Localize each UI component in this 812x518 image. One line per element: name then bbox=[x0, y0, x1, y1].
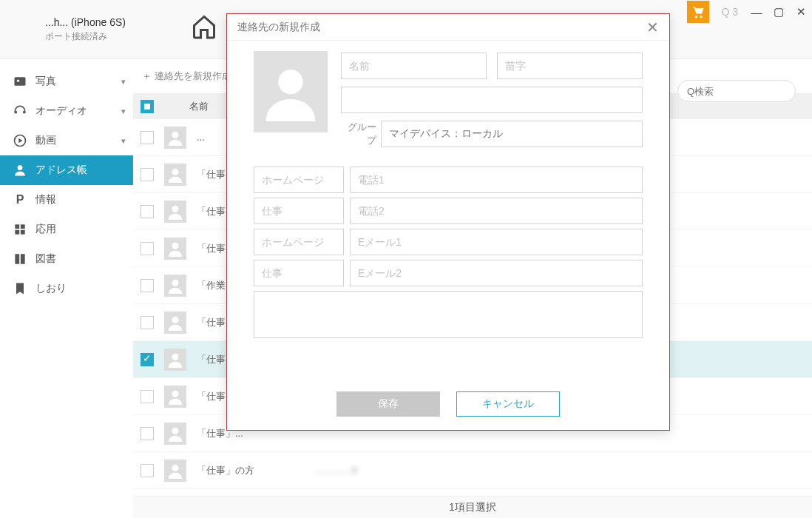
cancel-button[interactable]: キャンセル bbox=[456, 391, 560, 417]
save-button[interactable]: 保存 bbox=[336, 391, 440, 417]
new-contact-modal: 連絡先の新規作成 ✕ グループ マイデバイス：ローカル bbox=[226, 13, 670, 431]
cart-icon[interactable] bbox=[687, 1, 709, 23]
group-select[interactable]: マイデバイス：ローカル bbox=[381, 121, 643, 147]
homepage1-field[interactable] bbox=[254, 166, 344, 193]
first-name-field[interactable] bbox=[341, 53, 487, 79]
modal-overlay: 連絡先の新規作成 ✕ グループ マイデバイス：ローカル bbox=[0, 0, 812, 518]
memo-field[interactable] bbox=[254, 291, 643, 338]
minimize-button[interactable]: — bbox=[745, 1, 768, 23]
maximize-button[interactable]: ▢ bbox=[768, 1, 790, 23]
group-label: グループ bbox=[341, 121, 376, 147]
contact-avatar[interactable] bbox=[254, 51, 328, 132]
company-field[interactable] bbox=[341, 87, 643, 113]
close-window-button[interactable]: ✕ bbox=[790, 1, 812, 23]
q3-text: Q 3 bbox=[714, 6, 745, 18]
last-name-field[interactable] bbox=[497, 53, 643, 79]
email2-field[interactable] bbox=[350, 260, 643, 286]
email1-field[interactable] bbox=[350, 229, 643, 255]
svg-point-19 bbox=[278, 70, 302, 94]
work2-field[interactable] bbox=[254, 260, 344, 286]
work1-field[interactable] bbox=[254, 198, 344, 224]
close-icon[interactable]: ✕ bbox=[646, 18, 659, 36]
modal-title: 連絡先の新規作成 bbox=[237, 21, 320, 34]
tel1-field[interactable] bbox=[350, 166, 643, 193]
tel2-field[interactable] bbox=[350, 198, 643, 224]
homepage2-field[interactable] bbox=[254, 229, 344, 255]
